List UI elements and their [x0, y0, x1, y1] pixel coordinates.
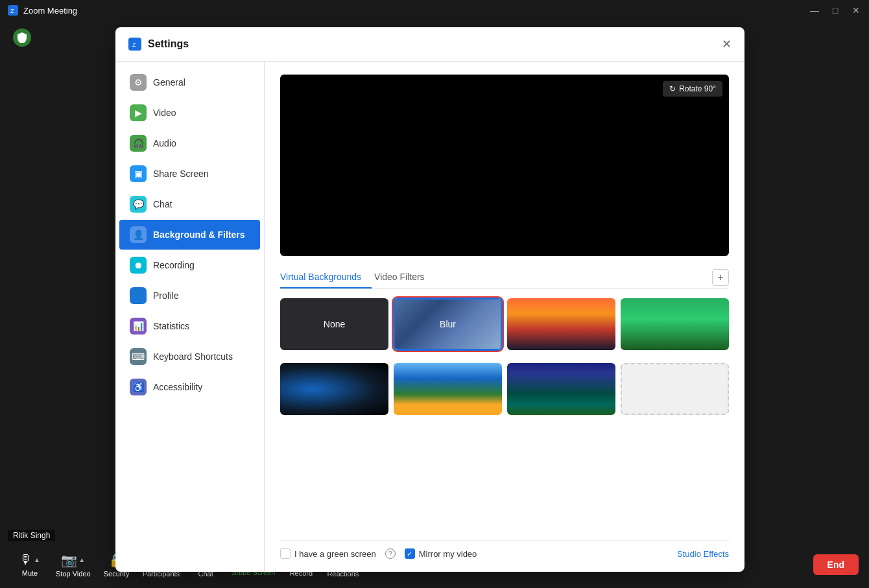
green-screen-label: I have a green screen [294, 549, 376, 559]
rotate-label: Rotate 90° [679, 84, 716, 93]
headphone-icon: 🎧 [130, 135, 147, 152]
sidebar-label-share-screen: Share Screen [153, 169, 209, 179]
settings-modal: Z Settings ✕ ⚙ General ▶ Video 🎧 Audio ▣… [115, 27, 744, 572]
background-grid-row1: None Blur Blur [280, 298, 729, 350]
maximize-button[interactable]: □ [830, 5, 840, 16]
tab-virtual-backgrounds[interactable]: Virtual Backgrounds [280, 266, 372, 288]
window-controls: — □ ✕ [809, 5, 861, 16]
titlebar: Z Zoom Meeting — □ ✕ [0, 0, 869, 21]
sidebar-item-general[interactable]: ⚙ General [119, 67, 260, 97]
plus-icon: + [717, 272, 723, 283]
video-preview: ↻ Rotate 90° [280, 75, 729, 256]
gear-icon: ⚙ [130, 74, 147, 91]
user-name-label: Ritik Singh [8, 530, 55, 541]
settings-body: ⚙ General ▶ Video 🎧 Audio ▣ Share Screen… [115, 62, 744, 572]
recording-icon: ⏺ [130, 257, 147, 274]
keyboard-icon: ⌨ [130, 348, 147, 365]
sidebar-item-video[interactable]: ▶ Video [119, 98, 260, 128]
sidebar-item-audio[interactable]: 🎧 Audio [119, 128, 260, 158]
mute-label: Mute [22, 569, 38, 577]
stop-video-caret-icon: ▲ [78, 556, 85, 563]
background-beach[interactable] [394, 363, 502, 415]
background-blur-wrapper: Blur Blur [394, 298, 502, 350]
sidebar-item-keyboard-shortcuts[interactable]: ⌨ Keyboard Shortcuts [119, 342, 260, 371]
mute-icon: 🎙 [19, 552, 32, 567]
video-icon: ▶ [130, 104, 147, 121]
blur-label: Blur [440, 319, 456, 329]
sidebar-item-recording[interactable]: ⏺ Recording [119, 250, 260, 280]
settings-header-icon: Z [128, 38, 141, 51]
none-label: None [324, 319, 345, 329]
taskbar-mute[interactable]: 🎙 ▲ Mute [10, 548, 49, 581]
background-add-slot[interactable] [621, 363, 729, 415]
svg-text:Z: Z [10, 8, 14, 14]
background-blur[interactable]: Blur Blur [394, 298, 502, 350]
sidebar-item-share-screen[interactable]: ▣ Share Screen [119, 159, 260, 189]
sidebar-item-chat[interactable]: 💬 Chat [119, 189, 260, 219]
chat-icon: 💬 [130, 196, 147, 213]
statistics-icon: 📊 [130, 318, 147, 335]
window-title: Zoom Meeting [23, 6, 809, 16]
zoom-app-icon: Z [8, 5, 18, 16]
settings-title: Settings [148, 38, 189, 50]
svg-text:Z: Z [132, 41, 136, 48]
settings-close-button[interactable]: ✕ [719, 36, 734, 52]
sidebar-label-statistics: Statistics [153, 321, 189, 331]
background-grass[interactable] [621, 298, 729, 350]
security-shield-icon [13, 29, 31, 47]
sidebar-label-keyboard-shortcuts: Keyboard Shortcuts [153, 351, 233, 362]
studio-effects-link[interactable]: Studio Effects [677, 549, 729, 559]
taskbar-stop-video[interactable]: 📷 ▲ Stop Video [49, 548, 97, 582]
sidebar-item-profile[interactable]: 👤 Profile [119, 281, 260, 311]
green-screen-checkbox[interactable] [280, 548, 291, 559]
sidebar-label-audio: Audio [153, 138, 176, 148]
sidebar-label-accessibility: Accessibility [153, 382, 202, 392]
mirror-video-label: Mirror my video [419, 549, 477, 559]
green-screen-info-icon[interactable]: ? [385, 548, 396, 559]
mirror-video-checkbox-wrap: ✓ Mirror my video [405, 548, 477, 559]
sidebar-label-profile: Profile [153, 290, 179, 301]
stop-video-label: Stop Video [56, 570, 91, 578]
add-background-button[interactable]: + [712, 269, 729, 286]
sidebar-item-accessibility[interactable]: ♿ Accessibility [119, 372, 260, 402]
sidebar-item-statistics[interactable]: 📊 Statistics [119, 311, 260, 341]
stop-video-btn-group: 📷 ▲ [61, 552, 85, 568]
sidebar-label-video: Video [153, 108, 176, 118]
settings-sidebar: ⚙ General ▶ Video 🎧 Audio ▣ Share Screen… [115, 62, 265, 572]
background-aurora[interactable] [507, 363, 615, 415]
background-none[interactable]: None [280, 298, 388, 350]
sidebar-label-chat: Chat [153, 199, 173, 209]
bottom-controls: I have a green screen ? ✓ Mirror my vide… [280, 540, 729, 559]
sidebar-item-background-filters[interactable]: 👤 Background & Filters [119, 220, 260, 250]
mute-btn-group: 🎙 ▲ [19, 552, 40, 567]
window-close-button[interactable]: ✕ [851, 5, 861, 16]
profile-icon: 👤 [130, 287, 147, 304]
sidebar-label-general: General [153, 77, 185, 88]
tab-video-filters[interactable]: Video Filters [374, 266, 435, 288]
background-space[interactable] [280, 363, 388, 415]
share-screen-icon: ▣ [130, 165, 147, 182]
background-grid-row2 [280, 363, 729, 415]
rotate-button[interactable]: ↻ Rotate 90° [663, 81, 722, 97]
mirror-video-checkbox[interactable]: ✓ [405, 548, 415, 559]
sidebar-label-background-filters: Background & Filters [153, 229, 245, 240]
mute-caret-icon: ▲ [34, 556, 40, 563]
end-meeting-button[interactable]: End [813, 554, 859, 575]
background-bridge[interactable] [507, 298, 615, 350]
stop-video-icon: 📷 [61, 552, 77, 568]
tabs-row: Virtual Backgrounds Video Filters + [280, 266, 729, 289]
settings-content: ↻ Rotate 90° Virtual Backgrounds Video F… [265, 62, 744, 572]
green-screen-checkbox-wrap: I have a green screen [280, 548, 376, 559]
minimize-button[interactable]: — [809, 5, 820, 16]
rotate-icon: ↻ [669, 84, 676, 93]
background-filters-icon: 👤 [130, 226, 147, 243]
accessibility-icon: ♿ [130, 379, 147, 395]
settings-header: Z Settings ✕ [115, 27, 744, 62]
sidebar-label-recording: Recording [153, 260, 195, 270]
